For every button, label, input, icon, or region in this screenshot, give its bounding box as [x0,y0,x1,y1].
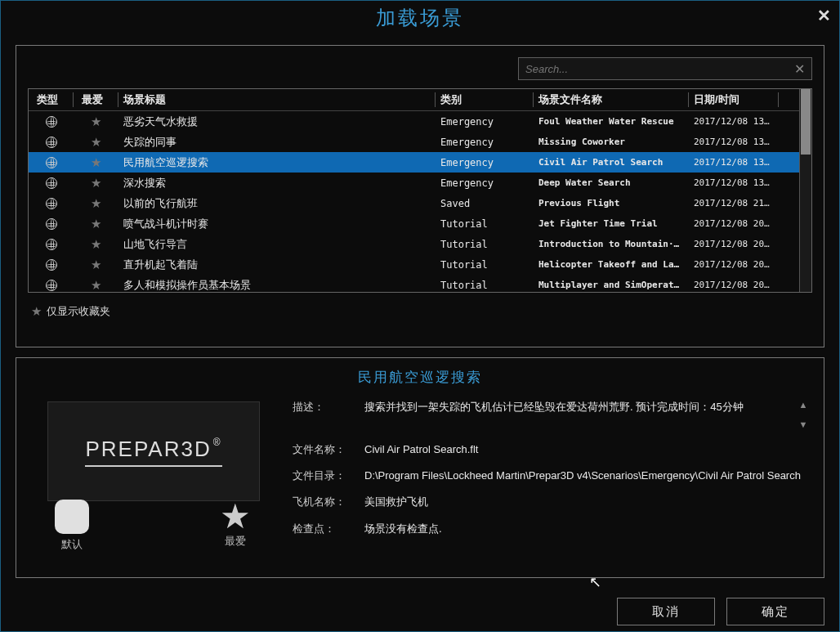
globe-icon [46,239,57,250]
scrollbar-thumb[interactable] [801,89,811,155]
table-row[interactable]: ★多人和模拟操作员基本场景TutorialMultiplayer and Sim… [29,275,799,293]
row-title: 以前的飞行航班 [118,196,436,211]
row-title: 民用航空巡逻搜索 [118,155,436,170]
row-title: 恶劣天气水救援 [118,114,436,129]
row-category: Emergency [436,157,534,168]
chevron-up-icon[interactable]: ▲ [798,400,809,410]
scenario-thumbnail: PREPAR3D® [47,401,260,501]
globe-icon [46,177,57,189]
star-icon[interactable]: ★ [91,135,101,150]
thumbnail-text: PREPAR3D [85,437,211,461]
star-icon[interactable]: ★ [91,196,101,211]
row-file: Foul Weather Water Rescue [534,116,689,127]
table-row[interactable]: ★失踪的同事EmergencyMissing Coworker2017/12/0… [29,132,799,152]
chevron-down-icon[interactable]: ▼ [798,419,809,429]
default-square-icon [55,500,89,534]
table-row[interactable]: ★民用航空巡逻搜索EmergencyCivil Air Patrol Searc… [29,152,799,173]
col-category[interactable]: 类别 [436,92,534,107]
row-file: Helicopter Takeoff and La··· [534,259,689,270]
row-title: 喷气战斗机计时赛 [118,217,436,231]
plane-label: 飞机名称： [293,495,356,509]
search-row: ✕ [16,46,824,88]
row-date: 2017/12/08 20:23 [689,280,779,290]
globe-icon [46,198,57,209]
row-date: 2017/12/08 21:33 [689,198,779,208]
star-icon[interactable]: ★ [91,155,101,170]
table-row[interactable]: ★喷气战斗机计时赛TutorialJet Fighter Time Trial2… [29,213,799,234]
globe-icon [46,116,57,128]
row-category: Emergency [436,177,534,189]
dialog-buttons: 取消 确定 [1,588,839,632]
star-icon[interactable]: ★ [91,176,101,190]
search-input[interactable] [525,63,794,75]
table-header: 类型 最爱 场景标题 类别 场景文件名称 日期/时间 [29,89,799,111]
row-category: Tutorial [436,239,534,250]
star-icon: ★ [211,500,260,534]
row-date: 2017/12/08 13:43 [689,137,779,147]
row-category: Tutorial [436,218,534,230]
table-row[interactable]: ★深水搜索EmergencyDeep Water Search2017/12/0… [29,173,799,193]
star-icon[interactable]: ★ [91,258,101,272]
table-row[interactable]: ★以前的飞行航班SavedPrevious Flight2017/12/08 2… [29,193,799,213]
close-icon[interactable]: ✕ [817,6,831,25]
title-bar: 加载场景 ✕ [1,1,839,35]
row-file: Civil Air Patrol Search [534,157,689,168]
dialog-title: 加载场景 [376,5,464,31]
row-file: Deep Water Search [534,177,689,188]
row-date: 2017/12/08 20:03 [689,259,779,270]
row-date: 2017/12/08 13:13 [689,177,779,188]
scrollbar[interactable] [799,89,811,292]
favorites-only-label: 仅显示收藏夹 [47,304,110,319]
row-category: Tutorial [436,280,534,291]
ok-button[interactable]: 确定 [726,598,824,625]
star-icon[interactable]: ★ [91,114,101,129]
dir-value: D:\Program Files\Lockheed Martin\Prepar3… [364,468,809,483]
star-icon[interactable]: ★ [91,217,101,231]
table-row[interactable]: ★直升机起飞着陆TutorialHelicopter Takeoff and L… [29,254,799,275]
row-title: 深水搜索 [118,176,436,190]
row-category: Emergency [436,116,534,128]
detail-title: 民用航空巡逻搜索 [16,358,824,393]
row-category: Saved [436,198,534,209]
globe-icon [46,218,57,230]
file-label: 文件名称： [293,442,356,457]
col-favorite[interactable]: 最爱 [74,92,118,107]
row-file: Multiplayer and SimOperat··· [534,280,689,290]
detail-panel: 民用航空巡逻搜索 PREPAR3D® 默认 ★ 最爱 [16,357,824,578]
table-row[interactable]: ★恶劣天气水救援EmergencyFoul Weather Water Resc… [29,111,799,132]
desc-label: 描述： [293,400,356,431]
row-title: 直升机起飞着陆 [118,258,436,272]
default-label: 默认 [47,537,96,552]
row-date: 2017/12/08 13:13 [689,157,779,168]
clear-search-icon[interactable]: ✕ [794,61,805,77]
scenario-list-panel: ✕ 类型 最爱 场景标题 类别 场景文件名称 日期/时间 ★恶劣天气水救援Eme… [16,45,824,347]
star-icon[interactable]: ★ [91,278,101,293]
col-file[interactable]: 场景文件名称 [534,92,689,107]
globe-icon [46,259,57,271]
file-value: Civil Air Patrol Search.flt [364,442,809,457]
row-date: 2017/12/08 20:19 [689,218,779,229]
desc-value: 搜索并找到一架失踪的飞机估计已经坠毁在爱达荷州荒野. 预计完成时间：45分钟 [364,400,789,431]
row-category: Tutorial [436,259,534,271]
check-value: 场景没有检查点. [364,522,809,536]
cancel-button[interactable]: 取消 [617,598,715,625]
default-button[interactable]: 默认 [47,500,96,552]
globe-icon [46,157,57,168]
desc-scrollbar[interactable]: ▲ ▼ [798,400,809,431]
row-file: Missing Coworker [534,137,689,147]
search-box[interactable]: ✕ [518,57,812,80]
globe-icon [46,137,57,148]
col-title[interactable]: 场景标题 [118,92,436,107]
star-icon[interactable]: ★ [91,237,101,252]
plane-value: 美国救护飞机 [364,495,809,509]
favorite-label: 最爱 [211,534,260,549]
col-type[interactable]: 类型 [29,92,74,107]
favorites-only-toggle[interactable]: ★ 仅显示收藏夹 [16,293,824,330]
row-title: 多人和模拟操作员基本场景 [118,278,436,293]
table-row[interactable]: ★山地飞行导言TutorialIntroduction to Mountain·… [29,234,799,254]
thumbnail-column: PREPAR3D® 默认 ★ 最爱 [31,393,276,552]
col-date[interactable]: 日期/时间 [689,92,779,107]
favorite-button[interactable]: ★ 最爱 [211,500,260,552]
scenario-table: 类型 最爱 场景标题 类别 场景文件名称 日期/时间 ★恶劣天气水救援Emerg… [28,88,812,293]
row-file: Previous Flight [534,198,689,208]
